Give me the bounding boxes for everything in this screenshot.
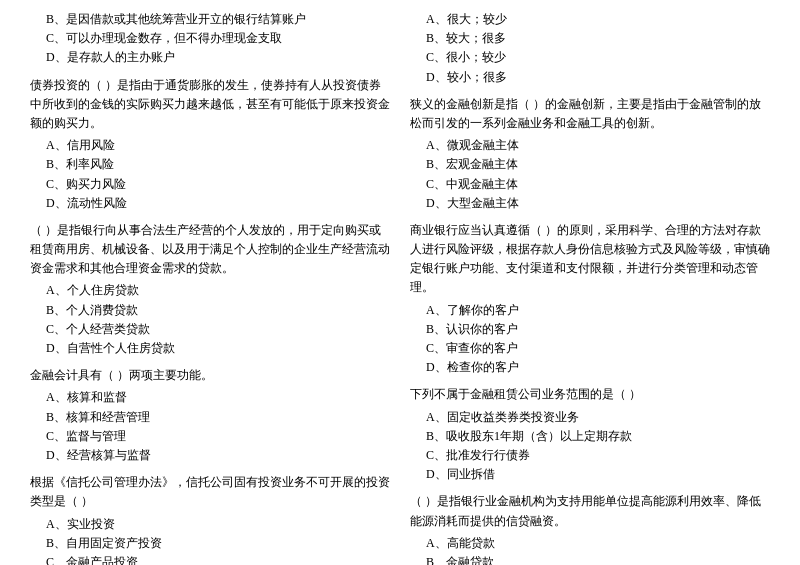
q20-option-c: C、个人经营类贷款 [30,320,390,339]
question-25-text: 商业银行应当认真遵循（ ）的原则，采用科学、合理的方法对存款人进行风险评级，根据… [410,221,770,298]
q22-option-b: B、自用固定资产投资 [30,534,390,553]
right-option-c: C、很小；较少 [410,48,770,67]
question-block: B、是因借款或其他统筹营业开立的银行结算账户 C、可以办理现金数存，但不得办理现… [30,10,390,68]
q24-option-c: C、中观金融主体 [410,175,770,194]
right-column: A、很大；较少 B、较大；很多 C、很小；较少 D、较小；很多 狭义的金融创新是… [410,10,770,565]
q19-option-a: A、信用风险 [30,136,390,155]
question-26: 下列不属于金融租赁公司业务范围的是（ ） A、固定收益类券类投资业务 B、吸收股… [410,385,770,484]
q26-option-c: C、批准发行行债券 [410,446,770,465]
q26-option-b: B、吸收股东1年期（含）以上定期存款 [410,427,770,446]
question-19-text: 债券投资的（ ）是指由于通货膨胀的发生，使券持有人从投资债券中所收到的金钱的实际… [30,76,390,134]
q20-option-d: D、自营性个人住房贷款 [30,339,390,358]
q24-option-d: D、大型金融主体 [410,194,770,213]
q24-option-a: A、微观金融主体 [410,136,770,155]
q25-option-a: A、了解你的客户 [410,301,770,320]
question-19: 债券投资的（ ）是指由于通货膨胀的发生，使券持有人从投资债券中所收到的金钱的实际… [30,76,390,213]
left-column: B、是因借款或其他统筹营业开立的银行结算账户 C、可以办理现金数存，但不得办理现… [30,10,390,565]
question-20: （ ）是指银行向从事合法生产经营的个人发放的，用于定向购买或租赁商用房、机械设备… [30,221,390,358]
q22-option-a: A、实业投资 [30,515,390,534]
q21-option-a: A、核算和监督 [30,388,390,407]
question-27: （ ）是指银行业金融机构为支持用能单位提高能源利用效率、降低能源消耗而提供的信贷… [410,492,770,565]
question-22-text: 根据《信托公司管理办法》，信托公司固有投资业务不可开展的投资类型是（ ） [30,473,390,511]
q19-option-b: B、利率风险 [30,155,390,174]
q27-option-a: A、高能贷款 [410,534,770,553]
question-22: 根据《信托公司管理办法》，信托公司固有投资业务不可开展的投资类型是（ ） A、实… [30,473,390,565]
q21-option-b: B、核算和经营管理 [30,408,390,427]
q22-option-c: C、金融产品投资 [30,553,390,565]
q25-option-c: C、审查你的客户 [410,339,770,358]
option-c: C、可以办理现金数存，但不得办理现金支取 [30,29,390,48]
q25-option-b: B、认识你的客户 [410,320,770,339]
q21-option-d: D、经营核算与监督 [30,446,390,465]
q21-option-c: C、监督与管理 [30,427,390,446]
two-column-layout: B、是因借款或其他统筹营业开立的银行结算账户 C、可以办理现金数存，但不得办理现… [30,10,770,565]
question-21: 金融会计具有（ ）两项主要功能。 A、核算和监督 B、核算和经营管理 C、监督与… [30,366,390,465]
right-option-d: D、较小；很多 [410,68,770,87]
q26-option-d: D、同业拆借 [410,465,770,484]
right-option-b: B、较大；很多 [410,29,770,48]
q20-option-a: A、个人住房贷款 [30,281,390,300]
option-b: B、是因借款或其他统筹营业开立的银行结算账户 [30,10,390,29]
question-24: 狭义的金融创新是指（ ）的金融创新，主要是指由于金融管制的放松而引发的一系列金融… [410,95,770,213]
q27-option-b: B、金融贷款 [410,553,770,565]
question-24-text: 狭义的金融创新是指（ ）的金融创新，主要是指由于金融管制的放松而引发的一系列金融… [410,95,770,133]
q24-option-b: B、宏观金融主体 [410,155,770,174]
question-27-text: （ ）是指银行业金融机构为支持用能单位提高能源利用效率、降低能源消耗而提供的信贷… [410,492,770,530]
q25-option-d: D、检查你的客户 [410,358,770,377]
q19-option-d: D、流动性风险 [30,194,390,213]
q20-option-b: B、个人消费贷款 [30,301,390,320]
question-26-text: 下列不属于金融租赁公司业务范围的是（ ） [410,385,770,404]
question-20-text: （ ）是指银行向从事合法生产经营的个人发放的，用于定向购买或租赁商用房、机械设备… [30,221,390,279]
question-25: 商业银行应当认真遵循（ ）的原则，采用科学、合理的方法对存款人进行风险评级，根据… [410,221,770,378]
q19-option-c: C、购买力风险 [30,175,390,194]
right-option-a: A、很大；较少 [410,10,770,29]
q26-option-a: A、固定收益类券类投资业务 [410,408,770,427]
option-d: D、是存款人的主办账户 [30,48,390,67]
question-block-right-top: A、很大；较少 B、较大；很多 C、很小；较少 D、较小；很多 [410,10,770,87]
question-21-text: 金融会计具有（ ）两项主要功能。 [30,366,390,385]
page-content: B、是因借款或其他统筹营业开立的银行结算账户 C、可以办理现金数存，但不得办理现… [30,10,770,565]
